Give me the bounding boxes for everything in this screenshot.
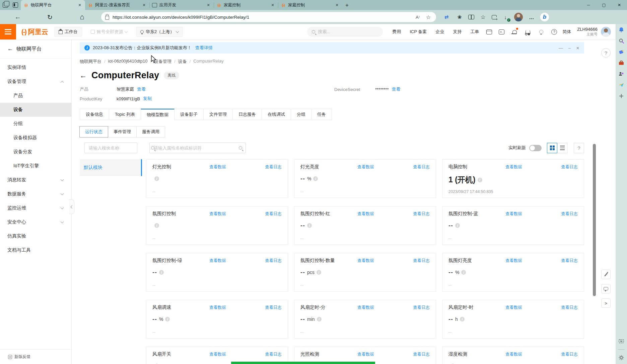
new-tab-button[interactable]	[342, 1, 352, 10]
browser-menu-icon[interactable]	[527, 13, 536, 21]
view-log-link[interactable]: 查看日志	[265, 164, 282, 170]
copilot-bing-icon[interactable]	[540, 13, 549, 21]
window-close-button[interactable]	[612, 0, 627, 10]
window-minimize-button[interactable]	[581, 0, 596, 10]
productkey-copy-link[interactable]: 复制	[143, 96, 152, 102]
search-icon[interactable]	[618, 38, 624, 44]
aliyun-logo[interactable]: (-) 阿里云	[16, 27, 54, 36]
help-circle-icon[interactable]	[551, 29, 557, 35]
sidebar-item[interactable]: 数据服务	[0, 187, 71, 201]
notification-bell-icon[interactable]	[618, 27, 624, 33]
split-screen-icon[interactable]	[468, 15, 474, 19]
device-tab[interactable]: 文件管理	[203, 109, 233, 120]
device-tab[interactable]: 任务	[311, 109, 332, 120]
language-switch[interactable]: 简体	[562, 29, 571, 35]
view-data-link[interactable]: 查看数据	[209, 164, 265, 170]
console-search-input[interactable]: 搜索...	[307, 27, 383, 37]
suggestion-bulb-icon[interactable]	[538, 28, 545, 35]
favorite-star-icon[interactable]	[425, 14, 432, 20]
view-log-link[interactable]: 查看日志	[561, 305, 578, 310]
info-icon[interactable]	[313, 176, 318, 181]
settings-gear-icon[interactable]	[618, 355, 624, 361]
feedback-button[interactable]: 新版反馈	[0, 349, 71, 364]
sidebar-item[interactable]: 分组	[0, 117, 71, 131]
view-log-link[interactable]: 查看日志	[413, 211, 430, 217]
collections-icon[interactable]	[492, 15, 497, 19]
view-log-link[interactable]: 查看日志	[265, 258, 282, 264]
topbar-link[interactable]: 费用	[392, 29, 401, 35]
sidebar-item[interactable]: 产品	[0, 89, 71, 103]
view-log-link[interactable]: 查看日志	[265, 211, 282, 217]
property-search-input[interactable]	[153, 145, 236, 151]
sidebar-item[interactable]: 安全中心	[0, 215, 71, 229]
view-data-link[interactable]: 查看数据	[209, 211, 265, 217]
info-icon[interactable]	[154, 223, 159, 228]
browser-tab[interactable]: 应用开发	[149, 0, 214, 10]
window-maximize-button[interactable]	[596, 0, 612, 10]
grid-view-button[interactable]	[547, 143, 557, 153]
tab-close-icon[interactable]	[206, 2, 211, 8]
info-icon[interactable]	[159, 270, 164, 275]
announcement-link[interactable]: 查看详情	[195, 45, 213, 51]
device-tab[interactable]: Topic 列表	[109, 109, 141, 120]
help-float-button[interactable]	[601, 48, 611, 58]
info-icon[interactable]	[478, 178, 482, 182]
tab-close-icon[interactable]	[141, 2, 147, 8]
device-tab[interactable]: 在线调试	[262, 109, 291, 120]
browser-tab[interactable]: 家庭控制	[214, 0, 278, 10]
devicesecret-view-link[interactable]: 查看	[392, 86, 400, 92]
info-icon[interactable]	[307, 223, 312, 228]
scrollbar-thumb[interactable]	[593, 144, 596, 296]
view-log-link[interactable]: 查看日志	[561, 211, 578, 217]
topbar-link[interactable]: 工单	[470, 29, 479, 35]
browser-profile-avatar[interactable]	[514, 13, 523, 21]
page-back-button[interactable]	[80, 72, 87, 80]
device-tab[interactable]: 设备影子	[174, 109, 204, 120]
sidebar-item[interactable]: 设备管理	[0, 75, 71, 89]
sidebar-item[interactable]: 设备分发	[0, 145, 71, 159]
breadcrumb-item[interactable]: ComputerRelay	[193, 59, 223, 65]
view-log-link[interactable]: 查看日志	[561, 258, 578, 264]
workspaces-icon[interactable]	[3, 2, 8, 8]
sidebar-item[interactable]: 实例详情	[0, 61, 71, 75]
view-data-link[interactable]: 查看数据	[505, 164, 561, 170]
sidebar-item[interactable]: 文档与工具	[0, 243, 71, 257]
product-menu-button[interactable]	[0, 24, 16, 39]
read-aloud-icon[interactable]	[414, 15, 421, 20]
browser-tab[interactable]: 阿里云-搜索推荐页	[85, 0, 149, 10]
topbar-link[interactable]: ICP 备案	[410, 29, 427, 35]
add-sidebar-icon[interactable]	[618, 93, 624, 99]
device-tab[interactable]: 日志服务	[232, 109, 262, 120]
view-data-link[interactable]: 查看数据	[357, 352, 413, 357]
subtab[interactable]: 服务调用	[136, 126, 165, 138]
view-data-link[interactable]: 查看数据	[357, 305, 413, 310]
breadcrumb-item[interactable]: 设备管理	[154, 59, 176, 65]
sidebar-item[interactable]: 监控运维	[0, 201, 71, 215]
info-icon[interactable]	[461, 270, 466, 275]
product-view-link[interactable]: 查看	[137, 86, 146, 92]
view-data-link[interactable]: 查看数据	[209, 258, 265, 264]
view-log-link[interactable]: 查看日志	[413, 258, 430, 264]
sidebar-item[interactable]: IoT孪生引擎	[0, 159, 71, 173]
subtab[interactable]: 运行状态	[79, 126, 108, 138]
announcement-close-icon[interactable]	[576, 46, 579, 51]
extensions-icon[interactable]	[455, 13, 464, 21]
view-data-link[interactable]: 查看数据	[357, 211, 413, 217]
view-data-link[interactable]: 查看数据	[357, 164, 413, 170]
tab-close-icon[interactable]	[77, 2, 82, 8]
cloudshell-terminal-icon[interactable]	[499, 29, 504, 34]
info-icon[interactable]	[154, 176, 159, 181]
search-icon[interactable]	[151, 146, 154, 150]
view-data-link[interactable]: 查看数据	[505, 258, 561, 264]
tab-actions-icon[interactable]	[13, 2, 18, 8]
downloads-icon[interactable]	[501, 13, 510, 21]
cart-icon[interactable]	[525, 28, 531, 35]
view-data-link[interactable]: 查看数据	[505, 211, 561, 217]
sidebar-item[interactable]: 消息转发	[0, 173, 71, 187]
module-search-input[interactable]	[88, 145, 148, 151]
browser-refresh-button[interactable]	[44, 11, 56, 23]
list-view-button[interactable]	[557, 143, 567, 153]
device-tab[interactable]: 分组	[291, 109, 311, 120]
browser-tab[interactable]: 家庭控制	[278, 0, 342, 10]
tab-close-icon[interactable]	[270, 2, 275, 8]
